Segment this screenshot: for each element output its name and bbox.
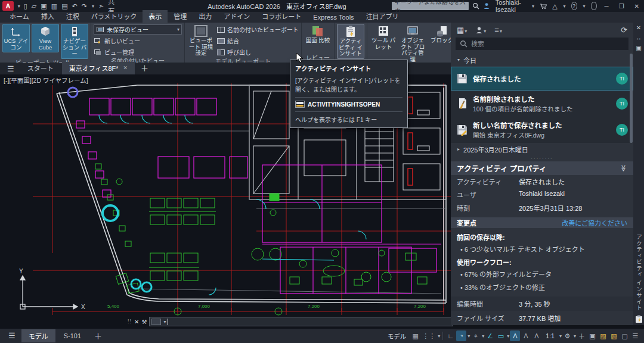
join-viewports-button[interactable]: 結合 <box>216 36 299 46</box>
command-caret-icon[interactable]: ▾ <box>163 319 166 325</box>
viewport-config-button[interactable]: ビューポート 環境設定 <box>187 24 215 58</box>
annotation-scale-icon[interactable]: Λ <box>531 330 541 341</box>
new-drawing-tab-button[interactable]: ＋ <box>136 62 153 74</box>
section-date-group[interactable]: ▸ 2025年3月20日木曜日 <box>451 143 633 156</box>
saveas-icon[interactable]: ▥ <box>51 2 57 10</box>
tab-featured-apps[interactable]: 注目アプリ <box>360 10 405 23</box>
command-input[interactable]: ▾ <box>149 317 453 326</box>
notification-icon[interactable] <box>591 2 597 10</box>
isodraft-icon[interactable]: ⌖ <box>470 330 481 341</box>
tab-addins[interactable]: アドイン <box>218 10 256 23</box>
app-menu-button[interactable]: A <box>2 1 14 11</box>
model-space-button[interactable]: モデル <box>384 332 410 341</box>
date-filter-button[interactable]: ▦▾ <box>457 26 467 35</box>
named-viewports-button[interactable]: 名前の付いたビューポート <box>216 24 299 35</box>
save-icon[interactable]: ▣ <box>41 2 47 10</box>
tab-start[interactable]: スタート <box>20 62 61 74</box>
activity-insights-button[interactable]: アクティビティ インサイト <box>337 24 364 59</box>
osnap-tracking-icon[interactable]: ∠ <box>485 330 495 341</box>
scale-caret-icon[interactable]: ▾ <box>559 333 562 339</box>
hardware-accel-icon[interactable]: ▧ <box>609 330 619 341</box>
feedback-link[interactable]: 改善にご協力ください <box>562 218 627 227</box>
workspace-gear-icon[interactable]: ⚙ <box>562 330 572 341</box>
annotation-monitor-icon[interactable]: ＋ <box>577 330 587 341</box>
tab-home[interactable]: ホーム <box>4 10 35 23</box>
refresh-button[interactable]: ⟳ <box>621 26 627 35</box>
viewport-controls-label[interactable]: [-][平面図][2D ワイヤフレーム] <box>4 76 88 85</box>
tab-output[interactable]: 出力 <box>193 10 218 23</box>
plot-icon[interactable]: ▤ <box>61 2 67 10</box>
tab-drawing[interactable]: 東京オフィス8F* ✕ <box>62 62 135 74</box>
section-today[interactable]: ▾ 今日 <box>451 54 633 67</box>
view-manager-button[interactable]: ビュー管理 <box>94 47 182 57</box>
osnap-caret-icon[interactable]: ▾ <box>507 333 509 339</box>
tab-manage[interactable]: 管理 <box>168 10 193 23</box>
view-combo[interactable]: 未保存のビュー ▾ <box>94 24 182 35</box>
graphics-performance-icon[interactable]: ▨ <box>598 330 608 341</box>
event-filter-button[interactable]: ≡▾ <box>494 26 502 35</box>
help-icon[interactable]: ? <box>571 2 577 10</box>
close-button[interactable]: ✕ <box>632 3 642 10</box>
redo-icon[interactable]: ↷ <box>82 2 87 10</box>
command-grip-icon[interactable]: ⁞⁞ <box>128 319 132 325</box>
command-recent-icon[interactable] <box>151 319 161 325</box>
restore-viewports-button[interactable]: 呼び出し <box>216 47 299 57</box>
grid-toggle-icon[interactable]: ▦ <box>410 330 420 341</box>
tab-parametric[interactable]: パラメトリック <box>85 10 143 23</box>
help-caret-icon[interactable]: ▾ <box>583 4 586 9</box>
search-icon[interactable] <box>472 2 479 10</box>
snap-toggle-icon[interactable]: ⋮⋮ <box>421 330 436 341</box>
activity-item-purged[interactable]: 名前削除されました 100 個の項目が名前削除されました TI <box>451 91 633 117</box>
autoscale-icon[interactable]: Λ <box>521 330 531 341</box>
command-wrench-icon[interactable]: ⚒ <box>141 319 147 325</box>
snap-caret-icon[interactable]: ▾ <box>438 333 440 339</box>
collapse-chevrons-icon[interactable]: ≫ <box>620 165 628 172</box>
autodesk-logo-icon[interactable]: △ <box>552 2 557 10</box>
workspace-caret-icon[interactable]: ▾ <box>574 333 576 339</box>
clean-screen-icon[interactable]: ▢ <box>620 330 630 341</box>
minimize-button[interactable]: ─ <box>602 3 611 10</box>
tab-view[interactable]: 表示 <box>143 10 168 23</box>
new-layout-button[interactable]: ＋ <box>89 330 107 342</box>
restore-button[interactable]: ❐ <box>617 3 627 10</box>
tab-insert[interactable]: 挿入 <box>35 10 60 23</box>
polar-tracking-icon[interactable]: ◔ <box>456 330 466 341</box>
undo-icon[interactable]: ↶ <box>72 2 78 10</box>
share-icon[interactable]: ➣ <box>98 2 104 10</box>
tab-close-icon[interactable]: ✕ <box>123 65 128 71</box>
scale-value[interactable]: 1:1 <box>542 332 558 339</box>
autodesk-caret-icon[interactable]: ▾ <box>564 4 566 9</box>
tab-express-tools[interactable]: Express Tools <box>307 13 360 23</box>
store-icon[interactable] <box>540 3 547 10</box>
palette-tab-icon[interactable] <box>635 315 643 323</box>
tab-collaborate[interactable]: コラボレート <box>256 10 307 23</box>
activity-item-saveas[interactable]: 新しい名前で保存されました 開始 東京オフィス8F.dwg TI <box>451 117 633 143</box>
palette-properties-icon[interactable]: ▣ <box>636 45 641 51</box>
layout-menu-icon[interactable]: ☰ <box>4 331 20 341</box>
file-tab-menu-icon[interactable]: ☰ <box>2 64 19 74</box>
customization-icon[interactable]: ☰ <box>630 330 640 341</box>
tab-annotate[interactable]: 注釈 <box>60 10 85 23</box>
palette-scrollbar[interactable] <box>630 54 633 143</box>
user-icon[interactable] <box>483 2 490 10</box>
user-filter-button[interactable]: ▾ <box>475 26 486 35</box>
tool-palettes-button[interactable]: ツール パレット <box>370 24 397 51</box>
new-icon[interactable]: ▯ <box>24 2 27 10</box>
command-close-icon[interactable]: ✕ <box>134 319 139 325</box>
user-caret-icon[interactable]: ▾ <box>532 4 534 9</box>
drawing-compare-button[interactable]: 図面 比較 <box>304 24 332 45</box>
palette-search[interactable]: 検索 <box>456 38 628 50</box>
palette-autohide-icon[interactable]: ↔ <box>636 35 642 41</box>
app-menu-caret-icon[interactable]: ▾ <box>18 4 20 9</box>
qat-caret-icon[interactable]: ▾ <box>92 4 94 9</box>
navigation-bar-button[interactable]: ナビゲーション バー <box>61 24 88 59</box>
user-name[interactable]: Toshiaki-Isezaki <box>496 0 526 13</box>
ucs-icon-button[interactable]: UCS アイコン <box>2 24 30 52</box>
palette-close-icon[interactable]: ✕ <box>636 24 641 31</box>
properties-palette-button[interactable]: オブジェクト プロパティ管理 <box>399 24 426 64</box>
ortho-toggle-icon[interactable]: ∟ <box>445 330 456 341</box>
polar-caret-icon[interactable]: ▾ <box>467 333 470 339</box>
viewcube-button[interactable]: View Cube <box>32 24 59 52</box>
isolate-objects-icon[interactable]: ▣ <box>587 330 597 341</box>
command-line[interactable]: ⁞⁞ ✕ ⚒ ▾ <box>128 316 453 327</box>
